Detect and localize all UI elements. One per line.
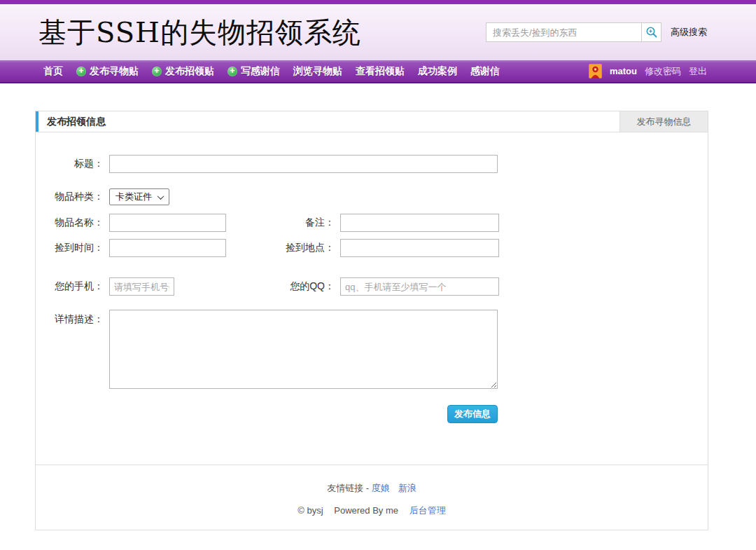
nav-write-thanks-label: 写感谢信 — [241, 65, 280, 78]
page-footer: 友情链接 - 度娘新浪 © bysj Powered By me 后台管理 — [36, 465, 708, 517]
found-place-input[interactable] — [340, 239, 499, 257]
item-name-input[interactable] — [109, 214, 226, 232]
logout-link[interactable]: 登出 — [689, 65, 707, 78]
nav-menu: 首页 + 发布寻物贴 + 发布招领贴 + 写感谢信 浏览寻物贴 查看招领贴 成功… — [43, 65, 500, 78]
found-time-input[interactable] — [109, 239, 226, 257]
description-label: 详情描述： — [36, 313, 104, 326]
title-input[interactable] — [109, 155, 498, 173]
copyright-text: © bysj — [298, 505, 323, 516]
category-selected-value: 卡类证件 — [115, 191, 152, 203]
nav-post-lost-label: 发布寻物贴 — [90, 65, 139, 78]
found-post-form: 标题： 物品种类： 卡类证件 物品名称： 备注： 捡到时间： 捡到地点： 您的手… — [36, 132, 708, 423]
advanced-search-link[interactable]: 高级搜索 — [671, 26, 707, 39]
nav-browse-lost[interactable]: 浏览寻物贴 — [293, 65, 342, 78]
title-label: 标题： — [36, 158, 104, 170]
powered-by-text: Powered By me — [334, 505, 398, 516]
phone-label: 您的手机： — [36, 280, 104, 293]
qq-input[interactable] — [340, 277, 499, 296]
nav-view-found[interactable]: 查看招领贴 — [356, 65, 405, 78]
nav-thanks-letters[interactable]: 感谢信 — [470, 65, 500, 78]
nav-post-found[interactable]: + 发布招领贴 — [152, 65, 214, 78]
user-avatar — [589, 64, 602, 78]
nav-home-label: 首页 — [43, 65, 63, 78]
plus-icon: + — [76, 67, 86, 76]
chevron-down-icon — [158, 193, 164, 200]
search-icon — [645, 26, 658, 39]
content-panel: 发布招领信息 发布寻物信息 标题： 物品种类： 卡类证件 物品名称： 备注： 捡… — [35, 111, 708, 530]
category-row: 物品种类： 卡类证件 — [36, 188, 708, 205]
qq-label: 您的QQ： — [174, 280, 335, 293]
phone-input[interactable] — [109, 277, 174, 296]
search-button[interactable] — [641, 22, 662, 42]
item-category-select[interactable]: 卡类证件 — [109, 188, 169, 205]
publish-button[interactable]: 发布信息 — [447, 405, 498, 423]
user-area: matou 修改密码 登出 — [589, 64, 707, 78]
remark-label: 备注： — [226, 216, 335, 229]
search-area: 高级搜索 — [486, 22, 707, 42]
name-remark-row: 物品名称： 备注： — [36, 214, 708, 232]
main-nav: 首页 + 发布寻物贴 + 发布招领贴 + 写感谢信 浏览寻物贴 查看招领贴 成功… — [0, 60, 756, 83]
nav-post-lost[interactable]: + 发布寻物贴 — [76, 65, 139, 78]
submit-row: 发布信息 — [36, 405, 708, 423]
description-textarea[interactable] — [109, 310, 498, 389]
nav-write-thanks[interactable]: + 写感谢信 — [227, 65, 280, 78]
panel-header: 发布招领信息 发布寻物信息 — [36, 111, 708, 132]
site-title: 基于SSH的失物招领系统 — [38, 13, 361, 52]
nav-post-found-label: 发布招领贴 — [165, 65, 214, 78]
username: matou — [610, 66, 637, 76]
nav-view-found-label: 查看招领贴 — [356, 65, 405, 78]
plus-icon: + — [227, 67, 237, 76]
time-place-row: 捡到时间： 捡到地点： — [36, 239, 708, 257]
site-header: 基于SSH的失物招领系统 高级搜索 — [0, 4, 756, 60]
remark-input[interactable] — [340, 214, 499, 232]
friend-links-prefix: 友情链接 - — [327, 483, 369, 493]
admin-link[interactable]: 后台管理 — [410, 505, 446, 516]
link-sina[interactable]: 新浪 — [398, 483, 416, 493]
tab-post-lost-info[interactable]: 发布寻物信息 — [620, 111, 708, 132]
found-place-label: 捡到地点： — [226, 242, 335, 254]
found-time-label: 捡到时间： — [36, 242, 104, 254]
nav-thanks-letters-label: 感谢信 — [470, 65, 500, 78]
nav-success-cases[interactable]: 成功案例 — [418, 65, 457, 78]
nav-browse-lost-label: 浏览寻物贴 — [293, 65, 342, 78]
item-name-label: 物品名称： — [36, 216, 104, 229]
friend-links-line: 友情链接 - 度娘新浪 — [36, 482, 708, 495]
nav-home[interactable]: 首页 — [43, 65, 63, 78]
panel-title: 发布招领信息 — [38, 111, 620, 132]
link-baidu[interactable]: 度娘 — [372, 483, 390, 493]
title-row: 标题： — [36, 155, 708, 173]
search-input[interactable] — [486, 22, 641, 42]
change-password-link[interactable]: 修改密码 — [645, 65, 681, 78]
copyright-line: © bysj Powered By me 后台管理 — [36, 504, 708, 517]
nav-success-cases-label: 成功案例 — [418, 65, 457, 78]
phone-qq-row: 您的手机： 您的QQ： — [36, 277, 708, 296]
plus-icon: + — [152, 67, 162, 76]
category-label: 物品种类： — [36, 191, 104, 203]
description-row: 详情描述： — [36, 310, 708, 389]
